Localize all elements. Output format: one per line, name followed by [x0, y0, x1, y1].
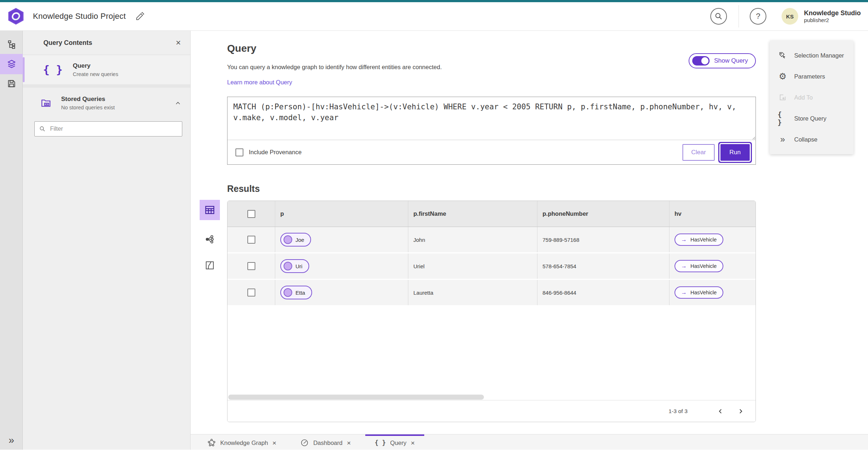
table-view-icon	[204, 205, 215, 215]
help-icon: ?	[756, 12, 760, 21]
panel-item-query[interactable]: { } Query Create new queries	[23, 55, 190, 84]
horizontal-scrollbar[interactable]	[228, 395, 484, 400]
query-item-title: Query	[73, 62, 118, 70]
chevron-left-icon	[717, 408, 724, 415]
user-info: Knowledge Studio publisher2	[804, 9, 861, 23]
show-query-toggle[interactable]: Show Query	[689, 53, 756, 68]
row-checkbox[interactable]	[247, 289, 255, 297]
expand-rail-button[interactable]: »	[0, 435, 23, 445]
node-chip[interactable]: Etta	[280, 286, 312, 299]
node-chip[interactable]: Uri	[280, 259, 309, 273]
store-query-button[interactable]: { } Store Query	[770, 108, 854, 129]
pagination-range: 1-3 of 3	[668, 408, 688, 415]
node-chip[interactable]: Joe	[280, 233, 311, 247]
column-header-phonenumber: p.phoneNumber	[542, 210, 588, 217]
tab-knowledge-graph[interactable]: Knowledge Graph ×	[198, 434, 286, 450]
rail-item-hierarchy[interactable]	[0, 35, 23, 54]
chevrons-right-icon: »	[778, 135, 788, 144]
page-title: Query	[227, 31, 756, 54]
arrow-right-icon: →	[681, 290, 687, 295]
query-contents-panel: Query Contents × { } Query Create new qu…	[23, 31, 191, 450]
row-checkbox[interactable]	[247, 262, 255, 270]
include-provenance-checkbox[interactable]	[235, 148, 243, 156]
rail-item-query-layers[interactable]	[0, 54, 23, 74]
query-item-subtitle: Create new queries	[73, 71, 118, 77]
avatar[interactable]: KS	[782, 8, 798, 25]
gear-icon: ⚙	[778, 72, 788, 81]
edge-chip[interactable]: → HasVehicle	[675, 234, 723, 246]
results-title: Results	[227, 184, 756, 194]
braces-icon: { }	[43, 64, 63, 75]
table-row: Joe John 759-889-57168 → HasVehicle	[227, 227, 756, 253]
filter-search-icon	[39, 125, 46, 133]
chevron-up-icon[interactable]	[174, 100, 182, 107]
topbar-divider	[739, 5, 739, 28]
table-header-row: p p.firstName p.phoneNumber hv	[227, 201, 756, 227]
selection-manager-icon	[778, 51, 788, 60]
edge-chip[interactable]: → HasVehicle	[675, 260, 723, 272]
map-view-button[interactable]	[200, 258, 220, 272]
app-logo-icon	[8, 8, 24, 25]
run-button[interactable]: Run	[720, 144, 750, 161]
braces-icon: { }	[375, 439, 386, 446]
app-window: Knowledge Studio Project ? KS Knowledge …	[0, 0, 868, 450]
table-row: Uri Uriel 578-654-7854 → HasVehicle	[227, 253, 756, 280]
topbar-actions: ? KS Knowledge Studio publisher2	[710, 5, 861, 28]
column-header-firstname: p.firstName	[413, 210, 446, 217]
chevron-right-icon	[737, 408, 744, 415]
cell-phonenumber: 846-956-8644	[542, 290, 576, 296]
query-description: You can query a knowledge graph to ident…	[227, 64, 756, 71]
rail-item-save[interactable]	[0, 74, 23, 93]
include-provenance-label: Include Provenance	[249, 149, 302, 156]
user-role: publisher2	[804, 17, 861, 23]
project-title: Knowledge Studio Project	[33, 12, 126, 21]
stored-queries-title: Stored Queries	[61, 96, 165, 103]
query-textarea[interactable]: MATCH (p:Person)-[hv:HasVehicle]->(v:Veh…	[227, 97, 756, 140]
stored-queries-header[interactable]: Stored Queries No stored queries exist	[23, 88, 190, 116]
close-tab-icon[interactable]: ×	[411, 440, 415, 446]
previous-page-button[interactable]	[714, 405, 727, 417]
next-page-button[interactable]	[735, 405, 747, 417]
table-pagination: 1-3 of 3	[227, 400, 756, 422]
parameters-button[interactable]: ⚙ Parameters	[770, 66, 854, 87]
edit-title-icon[interactable]	[135, 12, 145, 21]
tab-dashboard[interactable]: Dashboard ×	[291, 434, 360, 450]
map-view-icon	[205, 260, 215, 270]
close-tab-icon[interactable]: ×	[272, 440, 276, 446]
cell-firstname: Uriel	[413, 263, 425, 269]
graph-view-button[interactable]	[200, 232, 220, 246]
query-editor-box: MATCH (p:Person)-[hv:HasVehicle]->(v:Veh…	[227, 97, 756, 165]
chevrons-right-icon: »	[9, 434, 14, 446]
table-view-button[interactable]	[200, 200, 220, 220]
arrow-right-icon: →	[681, 263, 687, 269]
close-panel-icon[interactable]: ×	[176, 38, 181, 47]
selection-manager-button[interactable]: Selection Manager	[770, 45, 854, 66]
layers-icon	[7, 59, 17, 69]
left-icon-rail: »	[0, 31, 23, 450]
braces-icon: { }	[778, 110, 788, 126]
help-button[interactable]: ?	[750, 8, 766, 25]
learn-more-link[interactable]: Learn more about Query	[227, 79, 292, 86]
toggle-switch-on[interactable]	[692, 56, 710, 66]
search-button[interactable]	[710, 8, 727, 25]
query-tools-panel: Selection Manager ⚙ Parameters Add To { …	[770, 41, 854, 154]
filter-input[interactable]	[50, 126, 178, 132]
tab-query[interactable]: { } Query ×	[365, 434, 424, 450]
search-icon	[714, 12, 723, 21]
node-dot-icon	[284, 235, 292, 244]
selected-indicator	[23, 57, 25, 82]
results-table: p p.firstName p.phoneNumber hv Joe	[227, 201, 756, 422]
clear-button[interactable]: Clear	[682, 144, 715, 161]
row-checkbox[interactable]	[247, 236, 255, 244]
panel-title: Query Contents	[43, 39, 92, 47]
node-dot-icon	[284, 288, 292, 297]
select-all-checkbox[interactable]	[247, 210, 255, 218]
graph-view-icon	[205, 234, 215, 244]
table-empty-area	[227, 306, 756, 400]
edge-chip[interactable]: → HasVehicle	[675, 286, 723, 299]
topbar: Knowledge Studio Project ? KS Knowledge …	[0, 2, 868, 31]
collapse-panel-button[interactable]: » Collapse	[770, 129, 854, 150]
add-to-button: Add To	[770, 87, 854, 108]
show-query-label: Show Query	[714, 57, 748, 64]
close-tab-icon[interactable]: ×	[347, 440, 351, 446]
